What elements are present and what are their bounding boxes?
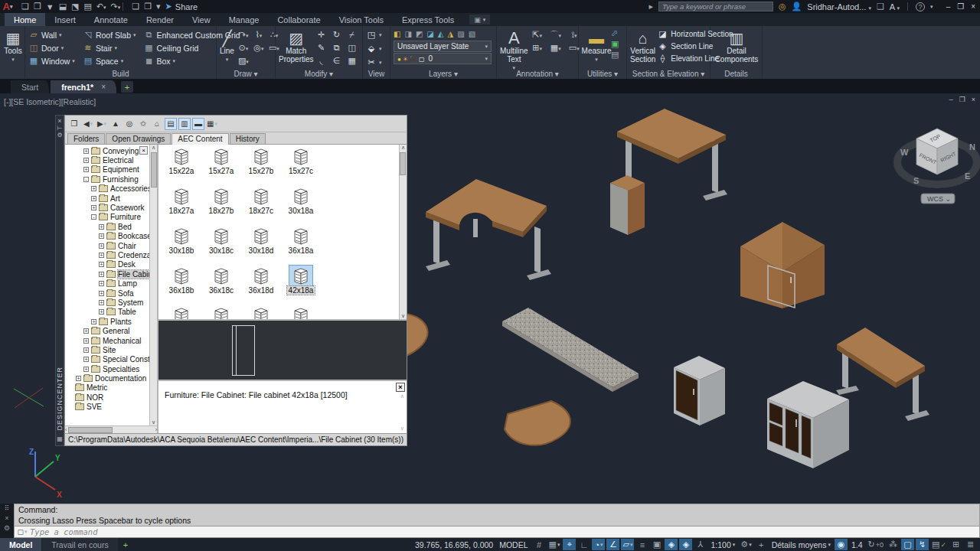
ribbon-display-dropdown[interactable]: ▾ xyxy=(483,17,486,23)
tree-item-desk[interactable]: +Desk xyxy=(65,260,157,269)
mirror-icon[interactable]: ◫ xyxy=(348,43,355,52)
detail-level[interactable]: Détails moyens▾ xyxy=(769,540,833,549)
leader-icon[interactable]: ⌒ xyxy=(550,30,558,39)
annotation-panel-label[interactable]: Annotation ▾ xyxy=(497,70,578,78)
view-cube[interactable]: W S E N TOP FRONT RIGHT WCS ⌄ xyxy=(897,129,977,204)
circle-icon[interactable]: ⊙ xyxy=(239,43,246,52)
tree-expand-icon[interactable]: + xyxy=(83,158,89,163)
dc-tab-aec-content[interactable]: AEC Content xyxy=(172,133,228,145)
content-item-partial[interactable] xyxy=(241,305,281,321)
trim-icon[interactable]: ⌿ xyxy=(349,30,354,39)
crosshair-icon[interactable]: + xyxy=(755,539,768,550)
view-panel-label[interactable]: View xyxy=(363,70,390,78)
ribbon-tab-express-tools[interactable]: Express Tools xyxy=(393,13,463,26)
snap-mode-icon[interactable]: ▦▾ xyxy=(547,539,562,550)
plot-icon[interactable]: ▤ xyxy=(83,2,91,11)
annotation-settings-icon[interactable]: ⚙▾ xyxy=(739,539,753,550)
tree-view-toggle-icon[interactable]: ▤ xyxy=(165,118,177,130)
tree-item-general[interactable]: +General xyxy=(65,326,157,335)
tree-item-special-constr[interactable]: +Special Constr xyxy=(65,355,157,364)
ribbon-tab-vision-tools[interactable]: Vision Tools xyxy=(330,13,393,26)
content-item-partial[interactable] xyxy=(201,305,241,321)
dynamic-input-icon[interactable]: ⌖ xyxy=(563,539,576,550)
desc-scroll-down[interactable]: ∨ xyxy=(400,425,404,432)
help-icon[interactable]: ? xyxy=(916,2,925,11)
furniture-corner-wardrobe[interactable] xyxy=(740,222,825,308)
line-button[interactable]: ╱ Line▾ xyxy=(220,28,234,68)
views-icon[interactable]: ▦▾ xyxy=(206,118,218,130)
workspace-icon[interactable]: ⁂ xyxy=(887,539,900,550)
content-item-36x18d[interactable]: 36x18d xyxy=(241,266,281,305)
vp-restore-button[interactable]: ❐ xyxy=(959,96,965,103)
command-input[interactable]: ▢▾ Type a command xyxy=(14,527,980,538)
home-icon[interactable]: ⌂ xyxy=(151,118,163,130)
furniture-granite-countertop[interactable] xyxy=(502,308,639,392)
paste-icon[interactable]: ⬀ xyxy=(611,28,619,38)
graphics-perf-icon[interactable]: ▤✓ xyxy=(930,539,948,550)
description-close-icon[interactable]: × xyxy=(396,383,405,392)
point-icon[interactable]: ∴ xyxy=(270,30,276,39)
content-item-36x18b[interactable]: 36x18b xyxy=(162,266,201,305)
dc-tab-open-drawings[interactable]: Open Drawings xyxy=(106,133,171,144)
modify-panel-label[interactable]: Modify ▾ xyxy=(276,70,362,78)
file-tab-close-icon[interactable]: × xyxy=(101,83,106,91)
layer-on-icon[interactable]: ◭ xyxy=(438,30,444,38)
content-item-18x27a[interactable]: 18x27a xyxy=(162,186,201,226)
annotation-value[interactable]: 1.4 xyxy=(849,540,865,549)
content-vertical-scrollbar[interactable]: ∧∨ xyxy=(399,145,407,319)
build-button-door[interactable]: ◫Door▾ xyxy=(28,41,75,54)
tree-expand-icon[interactable]: - xyxy=(91,214,96,220)
tree-expand-icon[interactable]: + xyxy=(99,233,104,239)
fullscreen-icon[interactable]: ⊞ xyxy=(949,539,962,550)
content-item-15x27a[interactable]: 15x27a xyxy=(201,146,241,186)
annotation-scale[interactable]: 1:100▾ xyxy=(708,540,737,549)
app-menu-button[interactable]: A▾ xyxy=(0,0,15,13)
detail-components-button[interactable]: ▥ Detail Components xyxy=(714,28,760,64)
tree-expand-icon[interactable]: + xyxy=(83,167,89,172)
furniture-corner-desk[interactable] xyxy=(426,179,551,280)
content-item-15x22a[interactable]: 15x22a xyxy=(162,146,201,186)
viewport-controls-label[interactable]: [-][SE Isometric][Realistic] xyxy=(4,97,96,106)
rotate-icon[interactable]: ↻ xyxy=(333,30,340,39)
tree-item-system[interactable]: +System xyxy=(65,298,157,307)
save-icon[interactable]: ▼ xyxy=(46,2,54,11)
furniture-credenza[interactable] xyxy=(767,381,849,468)
tree-item-mechanical[interactable]: +Mechanical xyxy=(65,336,157,345)
table-icon[interactable]: ▦ xyxy=(550,43,558,52)
layers-panel-label[interactable]: Layers ▾ xyxy=(390,70,496,78)
ortho-mode-icon[interactable]: ∟ xyxy=(577,539,590,550)
tree-item-accessories[interactable]: +Accessories xyxy=(65,184,157,194)
tree-item-furniture[interactable]: -Furniture xyxy=(65,213,157,222)
desc-scroll-up[interactable]: ∧ xyxy=(400,393,404,399)
content-item-partial[interactable] xyxy=(281,305,321,321)
layer-prev-icon[interactable]: ▨ xyxy=(457,30,464,38)
content-item-36x18a[interactable]: 36x18a xyxy=(281,226,321,266)
drag-handle-icon[interactable]: ⠿ xyxy=(5,504,10,512)
content-item-15x27b[interactable]: 15x27b xyxy=(241,146,281,186)
load-icon[interactable]: ❒ xyxy=(68,118,80,130)
tree-expand-icon[interactable]: + xyxy=(99,300,104,305)
layout-tab-model[interactable]: Model xyxy=(0,538,41,551)
undo-icon-dropdown[interactable]: ▾ xyxy=(103,5,106,10)
layer-dropdown[interactable]: ●☀⬛▢0▾ xyxy=(394,53,492,64)
ribbon-tab-annotate[interactable]: Annotate xyxy=(85,13,137,26)
tree-expand-icon[interactable]: + xyxy=(91,196,96,201)
content-item-partial[interactable] xyxy=(162,305,201,321)
ribbon-tab-render[interactable]: Render xyxy=(137,13,183,26)
section-panel-label[interactable]: Section & Elevation ▾ xyxy=(627,70,710,78)
content-item-30x18c[interactable]: 30x18c xyxy=(201,226,241,266)
tree-horizontal-scrollbar[interactable]: ‹› xyxy=(65,425,157,433)
tools-button[interactable]: ▦ Tools▾ xyxy=(3,28,23,64)
content-item-30x18b[interactable]: 30x18b xyxy=(162,226,201,266)
content-item-42x18a[interactable]: 42x18a xyxy=(281,266,321,305)
tree-expand-icon[interactable]: + xyxy=(83,367,89,372)
furniture-tall-cabinet[interactable] xyxy=(610,175,645,235)
layer-off-icon[interactable]: ◪ xyxy=(426,30,433,38)
model-space-button[interactable]: MODEL xyxy=(499,540,528,549)
tree-expand-icon[interactable]: + xyxy=(91,186,96,191)
copy-icon[interactable]: ⧉ xyxy=(334,43,340,52)
close-palette-icon[interactable]: × xyxy=(57,117,61,125)
tree-expand-icon[interactable]: + xyxy=(76,376,81,381)
tree-expand-icon[interactable]: + xyxy=(99,243,104,249)
tag-icon[interactable]: ⊞ xyxy=(532,43,539,52)
